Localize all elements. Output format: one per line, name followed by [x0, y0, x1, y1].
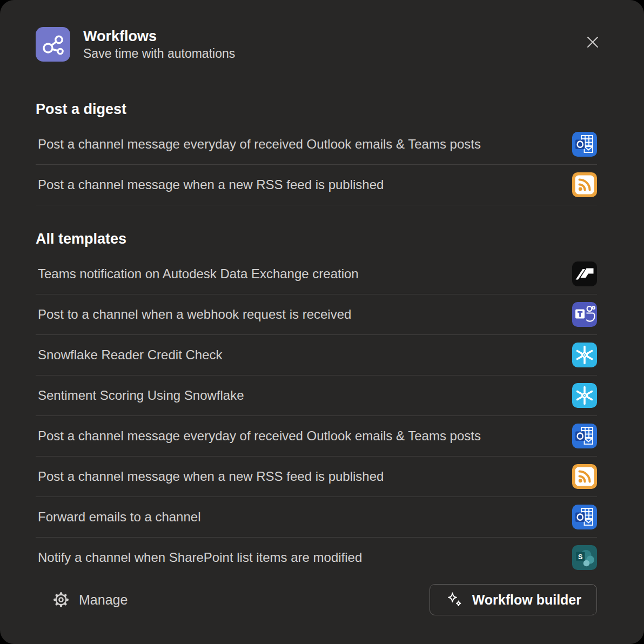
section-post-a-digest: Post a digest Post a channel message eve…	[36, 100, 597, 205]
snowflake-icon	[572, 383, 597, 408]
dialog-footer: Manage Workflow builder	[36, 584, 597, 615]
section-all-templates: All templates Teams notification on Auto…	[36, 230, 597, 578]
close-button[interactable]	[581, 30, 605, 54]
template-label: Sentiment Scoring Using Snowflake	[36, 388, 572, 403]
sharepoint-icon: S	[572, 545, 597, 570]
gear-icon	[52, 591, 70, 609]
snowflake-icon	[572, 343, 597, 367]
rss-icon	[572, 464, 597, 489]
template-row[interactable]: Post to a channel when a webhook request…	[36, 294, 597, 335]
workflow-builder-label: Workflow builder	[472, 592, 581, 608]
template-row[interactable]: Post a channel message everyday of recei…	[36, 416, 597, 457]
template-row[interactable]: Post a channel message when a new RSS fe…	[36, 165, 597, 205]
template-row[interactable]: Snowflake Reader Credit Check	[36, 335, 597, 375]
workflow-builder-button[interactable]: Workflow builder	[430, 584, 597, 615]
outlook-icon	[572, 505, 597, 529]
manage-button[interactable]: Manage	[36, 585, 133, 614]
workflows-dialog: Workflows Save time with automations Pos…	[0, 0, 644, 644]
svg-text:S: S	[578, 553, 582, 561]
template-label: Post a channel message when a new RSS fe…	[36, 469, 572, 484]
manage-label: Manage	[79, 592, 128, 608]
template-row[interactable]: Teams notification on Autodesk Data Exch…	[36, 254, 597, 294]
template-row[interactable]: Post a channel message when a new RSS fe…	[36, 457, 597, 497]
outlook-icon	[572, 424, 597, 448]
dialog-header: Workflows Save time with automations	[36, 27, 597, 62]
template-list: Post a channel message everyday of recei…	[36, 124, 597, 205]
template-label: Forward emails to a channel	[36, 509, 572, 525]
title-block: Workflows Save time with automations	[83, 28, 235, 61]
template-row[interactable]: Sentiment Scoring Using Snowflake	[36, 375, 597, 416]
template-row[interactable]: Post a channel message everyday of recei…	[36, 124, 597, 165]
outlook-icon	[572, 132, 597, 157]
teams-icon	[572, 302, 597, 327]
template-row[interactable]: Notify a channel when SharePoint list it…	[36, 538, 597, 578]
template-list: Teams notification on Autodesk Data Exch…	[36, 254, 597, 578]
dialog-subtitle: Save time with automations	[83, 46, 235, 61]
autodesk-icon	[572, 261, 597, 286]
template-label: Notify a channel when SharePoint list it…	[36, 550, 572, 565]
sparkles-icon	[445, 591, 464, 609]
dialog-title: Workflows	[83, 28, 235, 44]
template-row[interactable]: Forward emails to a channel	[36, 497, 597, 538]
template-label: Post to a channel when a webhook request…	[36, 307, 572, 322]
template-label: Snowflake Reader Credit Check	[36, 347, 572, 363]
rss-icon	[572, 172, 597, 197]
close-icon	[583, 32, 602, 52]
template-label: Post a channel message when a new RSS fe…	[36, 177, 572, 192]
template-label: Post a channel message everyday of recei…	[36, 137, 572, 152]
template-label: Post a channel message everyday of recei…	[36, 428, 572, 444]
section-heading: Post a digest	[36, 100, 597, 118]
section-heading: All templates	[36, 230, 597, 247]
workflows-logo-icon	[36, 27, 70, 62]
template-label: Teams notification on Autodesk Data Exch…	[36, 266, 572, 281]
